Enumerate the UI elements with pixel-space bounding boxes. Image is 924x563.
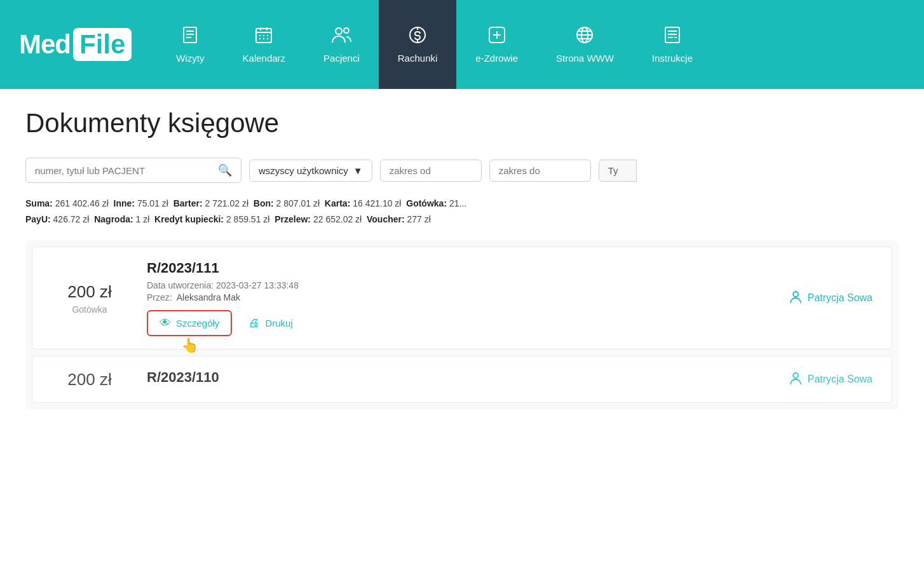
eye-icon: 👁 <box>160 316 171 330</box>
drukuj-button[interactable]: 🖨 Drukuj <box>242 311 299 335</box>
search-button[interactable]: 🔍 <box>218 163 232 177</box>
main-content: Dokumenty księgowe 🔍 wszyscy użytkownicy… <box>0 89 924 563</box>
users-filter-label: wszyscy użytkownicy <box>259 165 348 176</box>
record-number: R/2023/111 <box>147 260 726 276</box>
wizyty-icon <box>180 25 200 48</box>
szczegoly-button-wrap: 👁 Szczegóły 👆 <box>147 310 232 336</box>
strona-www-icon <box>575 25 594 48</box>
nav-pacjenci[interactable]: Pacjenci <box>304 0 379 89</box>
main-nav: Wizyty Kalendarz <box>157 0 905 89</box>
table-row: 200 zł R/2023/110 Patrycja Sowa <box>32 356 892 403</box>
summary: Suma: 261 402.46 zł Inne: 75.01 zł Barte… <box>25 196 899 227</box>
filters-row: 🔍 wszyscy użytkownicy ▼ Ty <box>25 158 899 183</box>
nav-rachunki-label: Rachunki <box>398 53 438 64</box>
nav-instrukcje[interactable]: Instrukcje <box>633 0 712 89</box>
record-date: Data utworzenia: 2023-03-27 13:33:48 <box>147 280 726 290</box>
record-amount-block: 200 zł Gotówka <box>51 282 128 315</box>
rachunki-icon <box>408 25 427 48</box>
nav-kalendarz[interactable]: Kalendarz <box>224 0 305 89</box>
page-title: Dokumenty księgowe <box>25 108 899 139</box>
print-icon: 🖨 <box>248 316 260 330</box>
header: Med File Wizyty <box>0 0 924 89</box>
szczegoly-label: Szczegóły <box>176 318 219 329</box>
szczegoly-button[interactable]: 👁 Szczegóły <box>147 310 232 336</box>
type-filter[interactable]: Ty <box>599 159 637 182</box>
record-user[interactable]: Patrycja Sowa <box>745 290 873 307</box>
search-input[interactable] <box>35 165 218 176</box>
pacjenci-icon <box>330 25 352 48</box>
ezdrowie-icon <box>487 25 506 48</box>
logo-file: File <box>73 28 132 61</box>
record-user[interactable]: Patrycja Sowa <box>745 371 873 388</box>
record-user-name: Patrycja Sowa <box>808 292 873 304</box>
kalendarz-icon <box>254 25 273 48</box>
record-details: R/2023/110 <box>147 369 726 390</box>
logo[interactable]: Med File <box>19 28 132 61</box>
record-user-name: Patrycja Sowa <box>808 374 873 385</box>
cursor-hand-icon: 👆 <box>181 337 198 354</box>
range-from-input[interactable] <box>380 159 482 182</box>
record-number: R/2023/110 <box>147 369 726 386</box>
record-amount: 200 zł <box>51 370 128 390</box>
table-row: 200 zł Gotówka R/2023/111 Data utworzeni… <box>32 247 892 349</box>
nav-wizyty[interactable]: Wizyty <box>157 0 223 89</box>
drukuj-label: Drukuj <box>265 318 292 329</box>
record-by: Przez: Aleksandra Mak <box>147 292 726 302</box>
range-to-input[interactable] <box>489 159 591 182</box>
svg-point-15 <box>344 28 349 33</box>
records-area: 200 zł Gotówka R/2023/111 Data utworzeni… <box>25 240 899 409</box>
type-filter-label: Ty <box>608 165 618 176</box>
record-payment: Gotówka <box>51 304 128 315</box>
search-wrapper: 🔍 <box>25 158 241 183</box>
svg-point-33 <box>793 373 798 378</box>
nav-wizyty-label: Wizyty <box>176 53 204 64</box>
record-amount: 200 zł <box>51 282 128 302</box>
nav-ezdrowie[interactable]: e-Zdrowie <box>456 0 537 89</box>
record-details: R/2023/111 Data utworzenia: 2023-03-27 1… <box>147 260 726 336</box>
record-amount-block: 200 zł <box>51 370 128 390</box>
instrukcje-icon <box>663 25 682 48</box>
svg-point-32 <box>793 292 798 297</box>
user-icon <box>789 371 803 388</box>
user-icon <box>789 290 803 307</box>
chevron-down-icon: ▼ <box>353 165 363 176</box>
record-actions: 👁 Szczegóły 👆 🖨 Drukuj <box>147 310 726 336</box>
nav-strona-www[interactable]: Strona WWW <box>537 0 633 89</box>
logo-med: Med <box>19 29 71 60</box>
summary-line1: Suma: 261 402.46 zł Inne: 75.01 zł Barte… <box>25 196 899 212</box>
nav-kalendarz-label: Kalendarz <box>243 53 286 64</box>
nav-ezdrowie-label: e-Zdrowie <box>475 53 518 64</box>
nav-rachunki[interactable]: Rachunki <box>379 0 457 89</box>
summary-line2: PayU: 426.72 zł Nagroda: 1 zł Kredyt kup… <box>25 212 899 227</box>
nav-strona-www-label: Strona WWW <box>556 53 614 64</box>
users-filter[interactable]: wszyscy użytkownicy ▼ <box>249 159 372 182</box>
nav-instrukcje-label: Instrukcje <box>652 53 693 64</box>
svg-point-14 <box>336 28 342 34</box>
nav-pacjenci-label: Pacjenci <box>323 53 360 64</box>
